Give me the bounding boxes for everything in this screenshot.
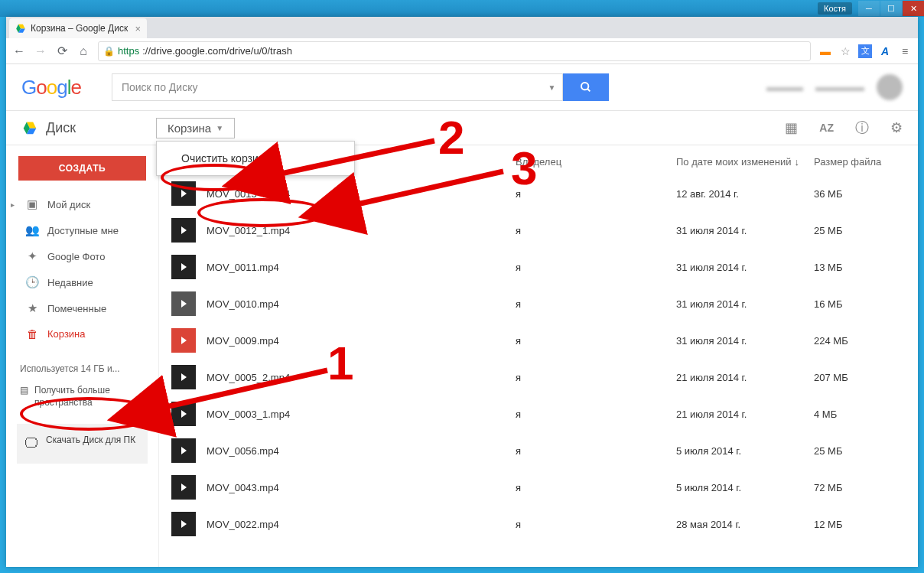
sidebar-item-photos[interactable]: ✦Google Фото xyxy=(6,243,158,269)
window-close-button[interactable]: ✕ xyxy=(903,1,924,16)
table-row[interactable]: MOV_0003_1.mp4я21 июля 2014 г.4 МБ xyxy=(159,396,918,432)
sidebar-item-trash[interactable]: 🗑Корзина xyxy=(6,321,158,347)
bookmark-star-icon[interactable]: ☆ xyxy=(838,44,852,58)
create-button[interactable]: СОЗДАТЬ xyxy=(18,156,146,181)
browser-tab[interactable]: Корзина – Google Диск × xyxy=(9,18,147,38)
more-storage-link[interactable]: ▤ Получить больше пространства xyxy=(17,380,148,413)
extension-3-icon[interactable]: A xyxy=(878,44,892,58)
drive-logo[interactable]: Диск xyxy=(21,120,144,136)
sidebar-item-label: Корзина xyxy=(47,328,86,340)
file-date: 21 июля 2014 г. xyxy=(676,372,814,383)
breadcrumb-container: Корзина ▼ Очистить корзину xyxy=(156,118,235,138)
photos-icon: ✦ xyxy=(24,249,40,263)
extension-1-icon[interactable]: ▬ xyxy=(818,44,832,58)
table-row[interactable]: MOV_0056.mp4я5 июля 2014 г.25 МБ xyxy=(159,432,918,469)
table-row[interactable]: MOV_0022.mp4я28 мая 2014 г.12 МБ xyxy=(159,506,918,542)
sidebar-item-label: Доступные мне xyxy=(47,225,119,236)
video-thumbnail-icon xyxy=(171,255,196,279)
tab-strip: Корзина – Google Диск × xyxy=(6,17,918,38)
window-minimize-button[interactable]: ─ xyxy=(858,1,880,16)
window-maximize-button[interactable]: ☐ xyxy=(880,1,902,16)
table-row[interactable]: MOV_0010.mp4я31 июля 2014 г.16 МБ xyxy=(159,285,918,322)
table-row[interactable]: MOV_0005_2.mp4я21 июля 2014 г.207 МБ xyxy=(159,359,918,396)
sort-az-icon[interactable]: AZ xyxy=(819,122,834,134)
file-size: 25 МБ xyxy=(814,225,906,236)
star-icon: ★ xyxy=(24,301,40,315)
file-owner: я xyxy=(516,188,676,200)
table-row[interactable]: MOV_0043.mp4я5 июля 2014 г.72 МБ xyxy=(159,469,918,506)
file-name: MOV_0056.mp4 xyxy=(207,445,279,457)
file-date: 5 июля 2014 г. xyxy=(676,482,814,493)
sidebar-item-people[interactable]: 👥Доступные мне xyxy=(6,217,158,243)
file-owner: я xyxy=(516,335,676,347)
reload-icon[interactable]: ⟳ xyxy=(55,44,69,58)
video-thumbnail-icon xyxy=(171,328,196,353)
people-icon: 👥 xyxy=(24,223,40,237)
forward-icon[interactable]: → xyxy=(34,44,47,58)
account-area[interactable]: ▬▬▬▬▬▬▬ xyxy=(766,74,903,100)
video-thumbnail-icon xyxy=(171,438,196,463)
storage-used: Используется 14 ГБ и... xyxy=(17,357,148,380)
file-name: MOV_0015_1.mp4 xyxy=(207,188,290,200)
breadcrumb-button[interactable]: Корзина ▼ xyxy=(156,118,235,138)
url-protocol: https xyxy=(118,45,139,57)
file-size: 12 МБ xyxy=(814,519,906,530)
trash-icon: 🗑 xyxy=(24,327,40,340)
app-bar: Диск Корзина ▼ Очистить корзину ▦ AZ ⓘ ⚙ xyxy=(6,110,918,145)
google-logo[interactable]: Google xyxy=(21,76,81,99)
download-drive[interactable]: 🖵 Скачать Диск для ПК xyxy=(17,424,148,463)
search-button[interactable] xyxy=(563,73,609,101)
menu-icon[interactable]: ≡ xyxy=(898,44,912,58)
table-row[interactable]: MOV_0012_1.mp4я31 июля 2014 г.25 МБ xyxy=(159,212,918,249)
translate-icon[interactable]: 文 xyxy=(858,44,872,58)
video-thumbnail-icon xyxy=(171,181,196,206)
file-size: 16 МБ xyxy=(814,298,906,310)
expand-icon[interactable]: ▸ xyxy=(11,200,15,209)
sidebar-item-clock[interactable]: 🕒Недавние xyxy=(6,269,158,295)
file-name: MOV_0011.mp4 xyxy=(207,262,279,273)
file-owner: я xyxy=(516,298,676,310)
sidebar-item-label: Мой диск xyxy=(47,199,90,210)
folder-icon: ▣ xyxy=(24,197,40,211)
back-icon[interactable]: ← xyxy=(12,44,26,58)
content: СОЗДАТЬ ▸▣Мой диск👥Доступные мне✦Google … xyxy=(6,145,918,567)
home-icon[interactable]: ⌂ xyxy=(76,44,90,58)
arrow-down-icon: ↓ xyxy=(794,156,799,168)
file-date: 31 июля 2014 г. xyxy=(676,298,814,310)
search-input[interactable]: Поиск по Диску xyxy=(112,73,542,101)
grid-view-icon[interactable]: ▦ xyxy=(785,119,798,136)
search-dropdown-icon[interactable]: ▼ xyxy=(542,73,563,101)
sidebar-item-star[interactable]: ★Помеченные xyxy=(6,295,158,321)
drive-triangle-icon xyxy=(21,120,38,135)
url-bar[interactable]: 🔒 https://drive.google.com/drive/u/0/tra… xyxy=(98,41,811,61)
file-list: Название Владелец По дате моих изменений… xyxy=(159,145,918,567)
chevron-down-icon: ▼ xyxy=(216,124,223,132)
col-owner[interactable]: Владелец xyxy=(516,156,676,168)
avatar[interactable] xyxy=(877,74,903,100)
sidebar-item-label: Недавние xyxy=(47,277,93,288)
col-size[interactable]: Размер файла xyxy=(814,156,906,168)
col-date[interactable]: По дате моих изменений ↓ xyxy=(676,156,814,168)
file-date: 31 июля 2014 г. xyxy=(676,262,814,273)
sidebar-item-folder[interactable]: ▸▣Мой диск xyxy=(6,191,158,217)
lock-icon: 🔒 xyxy=(103,46,115,57)
file-owner: я xyxy=(516,262,676,273)
url-path: ://drive.google.com/drive/u/0/trash xyxy=(142,45,292,57)
table-row[interactable]: MOV_0015_1.mp4я12 авг. 2014 г.36 МБ xyxy=(159,175,918,212)
file-size: 207 МБ xyxy=(814,372,906,383)
extension-icons: ▬ ☆ 文 A ≡ xyxy=(818,44,912,58)
video-thumbnail-icon xyxy=(171,365,196,389)
info-icon[interactable]: ⓘ xyxy=(855,119,869,137)
empty-trash-item[interactable]: Очистить корзину xyxy=(157,142,354,175)
sidebar-item-label: Помеченные xyxy=(47,303,106,314)
video-thumbnail-icon xyxy=(171,291,196,316)
search-icon xyxy=(580,81,592,93)
tab-close-icon[interactable]: × xyxy=(135,23,141,34)
table-row[interactable]: MOV_0011.mp4я31 июля 2014 г.13 МБ xyxy=(159,249,918,285)
table-row[interactable]: MOV_0009.mp4я31 июля 2014 г.224 МБ xyxy=(159,322,918,359)
storage-section: Используется 14 ГБ и... ▤ Получить больш… xyxy=(6,357,158,413)
breadcrumb-menu: Очистить корзину xyxy=(156,141,355,176)
gear-icon[interactable]: ⚙ xyxy=(890,119,903,136)
tab-title: Корзина – Google Диск xyxy=(31,23,128,34)
file-size: 36 МБ xyxy=(814,188,906,200)
